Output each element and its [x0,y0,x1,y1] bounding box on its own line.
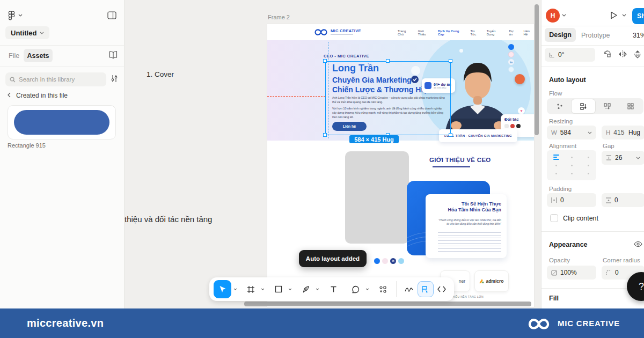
width-input[interactable]: W 584 [547,126,596,139]
horizontal-padding-icon [551,197,557,203]
divider [541,26,644,26]
flip-horizontal-button[interactable] [618,49,627,59]
text-tool-button[interactable] [326,281,341,297]
flow-vertical-option-selected[interactable] [572,99,595,113]
opacity-input[interactable]: 100% [547,266,596,280]
selection-box[interactable] [325,61,451,135]
pencil-squiggle-icon [405,286,413,292]
tab-assets[interactable]: Assets [24,49,53,62]
selection-handle[interactable] [449,59,452,63]
twitter-icon[interactable] [398,258,404,264]
flow-freeform-option[interactable] [548,99,572,113]
frame-tool-chevron[interactable] [260,281,266,297]
canvas-text-partial[interactable]: thiệu và đối tác nền tảng [125,215,212,224]
rotation-input[interactable]: 0° [545,48,595,62]
selection-handle[interactable] [323,133,327,137]
instagram-icon[interactable] [508,52,514,57]
nav-item[interactable]: Trang Chủ [398,30,412,36]
chevron-down-icon [588,131,592,134]
facebook-icon[interactable] [508,44,514,50]
social-icons-row: in [374,258,404,264]
move-tool-button[interactable] [214,280,231,298]
tab-file[interactable]: File [9,52,19,60]
dev-mode-button[interactable] [434,281,450,297]
library-book-icon[interactable] [109,51,118,59]
pen-tool-chevron[interactable] [314,281,321,297]
nav-item[interactable]: Tin Tức [471,30,481,36]
search-input[interactable]: Search in this library [5,72,106,86]
vertical-padding-value: 0 [614,196,618,204]
heart-icon: ♥ [518,107,525,114]
shape-tool-chevron[interactable] [287,281,294,297]
chevron-down-icon[interactable] [18,14,23,17]
clip-content-checkbox[interactable] [550,214,558,222]
instagram-icon[interactable] [382,258,388,264]
partner-logo-1 [504,124,509,128]
width-prefix: W [551,129,557,136]
flip-vertical-button[interactable] [633,49,642,59]
image-placeholder [345,151,409,244]
created-in-file-label[interactable]: Created in this file [16,92,68,99]
zoom-level[interactable]: 31% [633,32,644,39]
nav-item[interactable]: Tuyển Dụng [487,30,503,36]
visibility-eye-icon[interactable] [634,241,642,247]
nav-item-active[interactable]: Dịch Vụ Cung Cấp [438,30,465,36]
height-input[interactable]: H 415 Hug [602,126,644,139]
flow-wrap-icon [627,103,634,109]
selection-handle[interactable] [386,59,390,63]
present-play-button[interactable] [609,11,618,20]
nav-item[interactable]: Liên Hệ [523,30,534,36]
main-menu-button[interactable] [8,11,16,20]
present-chevron-icon[interactable] [622,14,626,17]
horizontal-padding-input[interactable]: 0 [547,193,596,207]
avatar-chevron-icon[interactable] [562,14,566,17]
section-title-underline [433,166,470,167]
gap-input[interactable]: 26 [602,151,644,165]
measure-guide-horizontal [267,96,325,97]
vertical-padding-input[interactable]: 0 [602,193,644,207]
play-icon [609,11,618,20]
rotate-button[interactable] [603,49,612,59]
divider [0,45,124,46]
shape-tool-button[interactable] [270,281,286,297]
fill-heading: Fill [549,295,559,302]
frame-icon [247,285,255,293]
measure-button-active[interactable] [418,281,433,297]
vertical-scrollbar[interactable] [535,4,539,135]
move-tool-chevron[interactable] [232,281,238,297]
file-name-dropdown[interactable]: Untitled [5,26,49,39]
frame-name-label[interactable]: Frame 2 [268,14,290,20]
flow-horizontal-option[interactable] [595,99,619,113]
facebook-icon[interactable] [374,258,380,264]
selection-handle[interactable] [449,133,452,137]
canvas-text-cover[interactable]: 1. Cover [147,70,174,78]
toggle-panel-icon[interactable] [107,11,116,19]
chat-bubble-icon[interactable] [515,74,525,84]
search-placeholder: Search in this library [19,76,75,83]
comment-tool-button[interactable] [348,281,363,297]
back-chevron-icon[interactable] [8,92,11,98]
nav-item[interactable]: Dự án [509,30,518,36]
share-label: Share [637,12,644,20]
linkedin-icon[interactable]: in [390,258,396,264]
flow-wrap-option[interactable] [619,99,642,113]
twitter-icon[interactable] [508,67,514,72]
tab-prototype[interactable]: Prototype [581,32,610,39]
comment-tool-chevron[interactable] [364,281,370,297]
component-thumbnail-rectangle-915[interactable] [8,105,116,139]
selection-handle[interactable] [323,59,327,63]
tab-design[interactable]: Design [545,28,576,42]
avatar[interactable]: H [546,9,560,23]
text-icon [330,286,337,293]
filter-icon[interactable] [111,75,118,83]
annotate-button[interactable] [401,281,417,297]
horizontal-scrollbar[interactable] [244,302,531,306]
linkedin-icon[interactable]: in [508,59,514,65]
pen-tool-button[interactable] [298,281,314,297]
frame-tool-button[interactable] [243,281,259,297]
nav-item[interactable]: Giới Thiệu [418,30,432,36]
platforms-caption: HIỀU NỀN TẢNG LỚN [452,295,484,298]
actions-button[interactable] [375,281,391,297]
share-button[interactable]: Share [632,8,644,24]
alignment-pad[interactable] [547,150,596,180]
